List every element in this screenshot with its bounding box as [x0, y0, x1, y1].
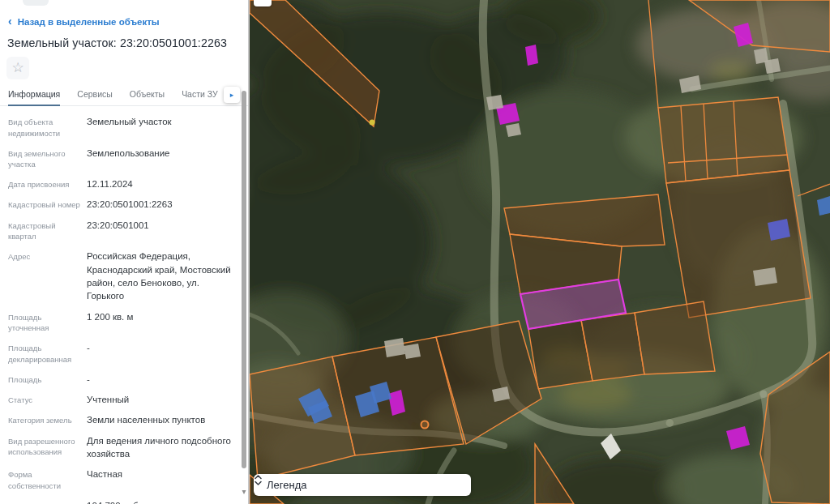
field-label: Площадь декларированная	[8, 341, 83, 365]
field-row: Площадь декларированная-	[8, 341, 233, 365]
field-row: Площадь уточненная1 200 кв. м	[8, 310, 233, 335]
page-title: Земельный участок: 23:20:0501001:2263	[7, 36, 246, 49]
field-value: Российская Федерация, Краснодарский край…	[83, 250, 233, 302]
field-label: Вид земельного участка	[8, 147, 83, 171]
field-row: Кадастровый квартал23:20:0501001	[8, 219, 233, 243]
field-value: 1 200 кв. м	[83, 310, 233, 335]
field-row: Вид земельного участкаЗемлепользование	[8, 147, 233, 171]
satellite-map[interactable]	[250, 0, 830, 504]
field-row: Кадастровый номер23:20:0501001:2263	[8, 198, 233, 211]
map-clipped-zoom-button[interactable]	[254, 0, 272, 6]
tab-1[interactable]: Информация	[8, 83, 60, 106]
field-label: Площадь	[8, 373, 83, 386]
field-value: Земельный участок	[83, 115, 233, 139]
field-label: Вид разрешенного использования	[8, 434, 83, 461]
field-label: Форма собственности	[8, 468, 83, 492]
field-value: 104 700 руб.	[83, 499, 233, 504]
point-marker	[421, 421, 429, 429]
field-value: Частная	[83, 468, 233, 492]
attributes-list: Вид объекта недвижимостиЗемельный участо…	[8, 115, 233, 504]
field-row: Вид разрешенного использованияДля ведени…	[8, 434, 233, 461]
tabs-scroll-right-button[interactable]: ▸	[224, 87, 240, 103]
field-row: Вид объекта недвижимостиЗемельный участо…	[8, 115, 233, 139]
legend-toggle[interactable]: Легенда	[254, 474, 471, 496]
panel-scrollbar-thumb[interactable]	[242, 91, 246, 468]
field-label: Категория земель	[8, 413, 83, 426]
star-icon: ☆	[11, 60, 24, 75]
field-label: Площадь уточненная	[8, 310, 83, 335]
chevron-up-down-icon	[254, 474, 263, 486]
field-label: Кадастровый квартал	[8, 219, 83, 243]
small-yellow-object	[370, 120, 375, 126]
field-label: Кадастровый номер	[8, 198, 83, 211]
back-link[interactable]: ‹ Назад в выделенные объекты	[8, 16, 160, 27]
field-row: Форма собственностиЧастная	[8, 468, 233, 492]
field-label: Адрес	[8, 250, 83, 302]
field-row: Кадастровая стоимость104 700 руб.	[8, 499, 233, 504]
field-value: -	[83, 341, 233, 365]
field-value: -	[83, 373, 233, 386]
field-row: СтатусУчтенный	[8, 393, 233, 406]
favorite-star-button[interactable]: ☆	[6, 57, 29, 79]
field-label: Статус	[8, 393, 83, 406]
tabs: ИнформацияСервисыОбъектыЧасти ЗУСоста ▸	[0, 83, 250, 106]
tabs-strip: ИнформацияСервисыОбъектыЧасти ЗУСоста	[8, 83, 220, 106]
tab-4[interactable]: Части ЗУ	[182, 83, 218, 106]
chevron-right-icon: ▸	[230, 91, 234, 99]
field-label: Кадастровая стоимость	[8, 499, 83, 504]
clipped-top-control	[23, 0, 49, 6]
back-chevron-icon: ‹	[8, 15, 12, 27]
field-value: 23:20:0501001:2263	[83, 198, 233, 211]
field-value: Для ведения личного подсобного хозяйства	[83, 434, 233, 461]
field-row: Площадь-	[8, 373, 233, 386]
legend-label: Легенда	[267, 479, 306, 491]
field-value: Земли населенных пунктов	[83, 413, 233, 426]
panel-scroll-down-arrow[interactable]: ▾	[239, 487, 249, 497]
field-row: Дата присвоения12.11.2024	[8, 177, 233, 190]
field-row: Категория земельЗемли населенных пунктов	[8, 413, 233, 426]
field-value: Учтенный	[83, 393, 233, 406]
tab-2[interactable]: Сервисы	[77, 83, 113, 106]
tab-3[interactable]: Объекты	[130, 83, 165, 106]
field-value: 12.11.2024	[83, 177, 233, 190]
map-area[interactable]: Легенда	[250, 0, 830, 504]
object-info-panel: ‹ Назад в выделенные объекты Земельный у…	[0, 0, 250, 504]
field-value: 23:20:0501001	[83, 219, 233, 243]
field-label: Вид объекта недвижимости	[8, 115, 83, 139]
field-value: Землепользование	[83, 147, 233, 171]
field-label: Дата присвоения	[8, 177, 83, 190]
back-link-label: Назад в выделенные объекты	[18, 17, 160, 27]
field-row: АдресРоссийская Федерация, Краснодарский…	[8, 250, 233, 302]
